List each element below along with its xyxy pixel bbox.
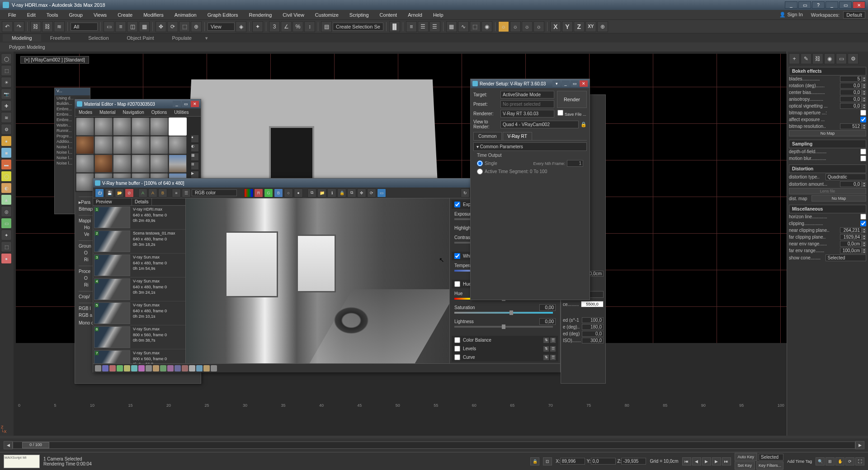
vfb-channel-b-button[interactable]: B (158, 188, 167, 197)
cc-levels-checkbox[interactable] (454, 346, 460, 352)
rs-maximize-button[interactable]: ▭ (571, 80, 579, 87)
timeline-slider[interactable]: 0 / 100 (13, 442, 855, 449)
cmd-modify-tab[interactable]: ✎ (801, 53, 811, 64)
rs-render-button[interactable]: Render (557, 91, 587, 108)
cc-exposure-checkbox[interactable] (454, 202, 460, 207)
misc-button[interactable]: ⬚ (1, 241, 12, 252)
expand-icon[interactable]: ⇅ (543, 346, 549, 352)
vfb-power-button[interactable]: ⏻ (95, 188, 104, 197)
vfb-bot-button[interactable] (182, 365, 188, 371)
cc-whitebalance-checkbox[interactable] (454, 253, 460, 259)
vfb-bot-button[interactable] (167, 365, 174, 371)
vfb-corrections-button[interactable]: ≡ (172, 188, 181, 197)
vfb-history-item[interactable]: 5 V-ray Sun.max640 x 480, frame 00h 2m 1… (93, 301, 185, 325)
material-slot[interactable] (113, 136, 131, 154)
vfb-channel-a2-button[interactable]: A (148, 188, 157, 197)
vfb-channel-dropdown[interactable]: RGB color (192, 189, 237, 196)
named-selection-button[interactable]: ▤ (321, 21, 332, 32)
render-setup-titlebar[interactable]: Render Setup: V-Ray RT 3.60.03 ▾ _ ▭ ✕ (471, 79, 590, 88)
vfb-history-item[interactable]: 3 V-ray Sun.max640 x 480, frame 00h 1m 5… (93, 254, 185, 277)
ribbon-tab-selection[interactable]: Selection (79, 34, 118, 42)
maximize-viewport-button[interactable]: ⛶ (855, 457, 864, 465)
select-object-button[interactable]: ▭ (104, 21, 114, 32)
material-slot[interactable] (94, 118, 113, 136)
create-systems-button[interactable]: ⚙ (1, 124, 12, 135)
cmd-sampling-rollout[interactable]: Sampling (789, 140, 866, 148)
vfb-bot-button[interactable] (160, 365, 166, 371)
vfb-bot-button[interactable] (196, 365, 203, 371)
mat-sample-type-button[interactable]: ● (191, 135, 199, 143)
cmd-create-tab[interactable]: + (789, 53, 800, 64)
rs-close-button[interactable]: ✕ (580, 80, 588, 87)
create-geometry-button[interactable]: ◯ (1, 53, 12, 64)
prev-frame-button[interactable]: ◀ (692, 457, 701, 465)
vfb-copy-button[interactable]: ⧉ (307, 188, 316, 197)
cmd-bokeh-rollout[interactable]: Bokeh effects (789, 67, 866, 75)
vfb-clone-button[interactable]: ⧉ (347, 188, 356, 197)
lock-selection-button[interactable]: 🔒 (530, 457, 539, 465)
angle-snap-button[interactable]: ∠ (281, 21, 292, 32)
render-setup-button[interactable]: ☼ (498, 21, 509, 32)
play-button[interactable]: ▶ (702, 457, 711, 465)
torus-button[interactable]: ◯ (1, 171, 12, 182)
rs-dock-button[interactable]: ▾ (552, 80, 561, 87)
rendered-frame-button[interactable]: ☼ (510, 21, 521, 32)
menu-file[interactable]: File (3, 11, 22, 19)
ribbon-tab-freeform[interactable]: Freeform (41, 34, 80, 42)
mat-menu-utilities[interactable]: Utilities (170, 109, 192, 115)
plane-button[interactable]: ▭ (1, 218, 12, 229)
cc-light-value[interactable]: 0,00 (539, 318, 556, 325)
mat-menu-material[interactable]: Material (96, 109, 119, 115)
sphere-button[interactable]: ● (1, 136, 12, 146)
material-slot[interactable] (94, 155, 113, 173)
percent-snap-button[interactable]: % (292, 21, 303, 32)
material-slot[interactable] (150, 136, 168, 154)
create-cameras-button[interactable]: 📷 (1, 89, 12, 99)
cmd-motion-checkbox[interactable] (860, 155, 866, 161)
rs-target-dropdown[interactable]: ActiveShade Mode (500, 91, 554, 99)
material-editor-titlebar[interactable]: Material Editor - Map #2070303503 _ ▭ ✕ (75, 99, 201, 108)
align-button[interactable]: ≡ (406, 21, 417, 32)
mat-menu-modes[interactable]: Modes (75, 109, 96, 115)
cmd-utilities-tab[interactable]: ⚙ (848, 53, 859, 64)
vfb-bot-button[interactable] (211, 365, 217, 371)
lock-icon[interactable]: 🔒 (580, 122, 587, 127)
pivot-button[interactable]: ◈ (236, 21, 246, 32)
cmd-clipping-checkbox[interactable] (860, 221, 866, 226)
menu-tools[interactable]: Tools (41, 11, 64, 19)
vfb-rgb-button[interactable] (244, 188, 253, 197)
vfb-save-button[interactable]: 💾 (105, 188, 114, 197)
cc-colorbalance-checkbox[interactable] (454, 337, 460, 343)
mat-minimize-button[interactable]: _ (173, 101, 181, 107)
vfb-bot-button[interactable] (175, 365, 181, 371)
mat-menu-navigation[interactable]: Navigation (119, 109, 148, 115)
rs-renderer-dropdown[interactable]: V-Ray RT 3.60.03 (500, 110, 554, 118)
vfb-bot-button[interactable] (117, 365, 123, 371)
vfb-render-view[interactable]: ↖ (186, 198, 449, 363)
vfb-bot-button[interactable] (189, 365, 195, 371)
add-time-tag[interactable]: Add Time Tag (787, 459, 812, 464)
vfb-bot-button[interactable] (109, 365, 116, 371)
cmd-display-tab[interactable]: ▭ (836, 53, 847, 64)
material-slot[interactable] (169, 136, 187, 154)
teapot-button[interactable]: ◐ (1, 183, 12, 193)
material-slot[interactable] (150, 155, 168, 173)
rs-single-radio[interactable] (477, 160, 483, 166)
vfb-bot-button[interactable] (124, 365, 130, 371)
named-selection-dropdown[interactable]: Create Selection Se (333, 23, 383, 31)
isolate-button[interactable]: ⊡ (543, 457, 552, 465)
rs-preset-dropdown[interactable]: No preset selected (500, 100, 554, 108)
constraint-button[interactable]: ⊕ (597, 21, 608, 32)
help-button[interactable]: ? (812, 1, 825, 9)
mat-background-button[interactable]: ▦ (191, 153, 199, 161)
curve-editor-button[interactable]: ∿ (458, 21, 469, 32)
vfb-menu-button[interactable]: ☰ (182, 188, 191, 197)
vfb-bot-button[interactable] (95, 365, 101, 371)
rs-tab-vrayrt[interactable]: V-Ray RT (503, 132, 532, 140)
cc-colorbalance-header[interactable]: Color Balance ⇅☰ (452, 336, 558, 344)
coord-x-input[interactable] (560, 458, 585, 465)
snap-toggle-button[interactable]: 3 (269, 21, 280, 32)
material-slot-selected[interactable] (169, 118, 187, 136)
create-spacewarp-button[interactable]: ≋ (1, 112, 12, 123)
cmd-distmap-button[interactable]: No Map (811, 195, 866, 202)
